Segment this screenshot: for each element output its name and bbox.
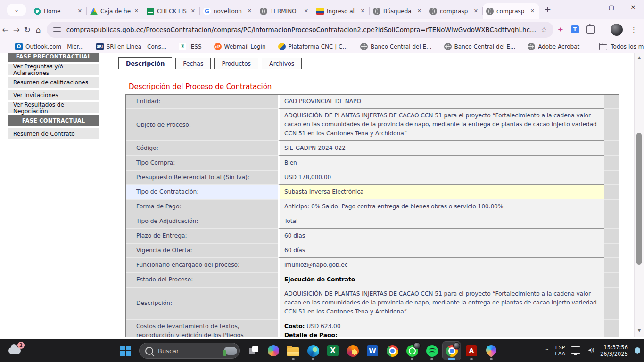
extensions-icon[interactable] [586, 25, 595, 34]
browser-tab[interactable]: Ingreso al✕ [313, 3, 370, 19]
close-button[interactable]: ✕ [622, 0, 644, 14]
tab-close-icon[interactable]: ✕ [416, 8, 423, 15]
network-icon[interactable] [571, 346, 580, 354]
back-icon[interactable]: ← [0, 25, 11, 34]
paint-flame-button[interactable] [482, 342, 500, 360]
tab-close-icon[interactable]: ✕ [359, 8, 366, 15]
sidebar-section-header: FASE PRECONTRACTUAL [8, 53, 99, 62]
clock-date: 26/3/2025 [600, 351, 628, 357]
sidebar-item[interactable]: Ver Invitaciones [8, 90, 99, 100]
chrome-button[interactable] [383, 342, 401, 360]
bookmark-item[interactable]: Adobe Acrobat [528, 43, 579, 50]
whatsapp-button[interactable] [403, 342, 421, 360]
spotify-button[interactable] [423, 342, 441, 360]
iess-icon [179, 43, 186, 50]
row-label: Costos de levantamiento de textos, repro… [126, 319, 278, 337]
tab-title: TERMINO [270, 8, 303, 15]
bookmark-item[interactable]: SRI en Línea - Cons... [96, 43, 166, 50]
tab-productos[interactable]: Productos [214, 58, 258, 69]
bookmark-item[interactable]: Outlook.com - Micr... [15, 43, 84, 50]
file-explorer-button[interactable] [284, 342, 302, 360]
sidebar-item[interactable]: Resumen de calificaciones [8, 77, 99, 88]
bookmark-item[interactable]: Banco Central del E... [444, 43, 516, 50]
row-gutter [604, 140, 619, 155]
address-bar[interactable]: compraspublicas.gob.ec/ProcesoContrataci… [47, 22, 554, 38]
reload-icon[interactable]: ↻ [22, 25, 33, 34]
firefox-button[interactable] [344, 342, 362, 360]
edge-button[interactable] [304, 342, 322, 360]
word-button[interactable]: W [363, 342, 381, 360]
task-view-button[interactable] [245, 342, 263, 360]
browser-tab[interactable]: comprasp✕ [426, 3, 483, 19]
tab-close-icon[interactable]: ✕ [529, 8, 536, 15]
page-scrollbar[interactable]: ▲ ▼ [634, 53, 644, 337]
table-row: Vigencia de Oferta:60 días [126, 243, 619, 257]
table-row: Costos de levantamiento de textos, repro… [126, 319, 619, 337]
taskbar-search[interactable]: Buscar [139, 343, 240, 359]
url-text[interactable]: compraspublicas.gob.ec/ProcesoContrataci… [66, 26, 536, 33]
scroll-down-icon[interactable]: ▼ [635, 328, 644, 333]
row-value: 60 días [278, 243, 604, 257]
profile-avatar[interactable] [611, 24, 623, 36]
tab-close-icon[interactable]: ✕ [190, 8, 197, 15]
row-gutter [604, 184, 619, 199]
tray-chevron-up-icon[interactable]: ⌃ [545, 348, 549, 353]
browser-tab[interactable]: comprasp✕ [483, 3, 539, 19]
forward-icon[interactable]: → [11, 25, 22, 34]
tab-close-icon[interactable]: ✕ [76, 8, 83, 15]
all-bookmarks-button[interactable]: Todos los marcadores [599, 43, 644, 50]
tab-title: Búsqueda [383, 8, 416, 15]
row-label: Vigencia de Oferta: [126, 243, 278, 257]
chrome-active-button[interactable] [443, 342, 461, 360]
row-value: SIE-GADPN-2024-022 [278, 140, 604, 155]
bookmark-star-icon[interactable]: ☆ [541, 25, 547, 34]
maximize-button[interactable]: ▢ [601, 0, 622, 14]
bookmark-item[interactable]: Banco Central del E... [360, 43, 432, 50]
speaker-icon[interactable] [586, 347, 594, 354]
minimize-button[interactable]: — [579, 0, 601, 14]
widgets-button[interactable]: 2 [8, 344, 25, 358]
assistant-icon[interactable]: ✦ [557, 25, 563, 34]
sidebar-item[interactable]: Resumen de Contrato [8, 128, 99, 139]
sidebar-item[interactable]: Ver Resultados de Negociación [8, 102, 99, 113]
excel-button[interactable]: X [324, 342, 342, 360]
row-gutter [604, 287, 619, 319]
sidebar-item[interactable]: Ver Preguntas y/ó Aclaraciones [8, 64, 99, 75]
translate-icon[interactable]: T [571, 25, 579, 33]
file-explorer-icon [287, 347, 299, 356]
site-settings-icon[interactable] [53, 27, 61, 33]
scrollbar-thumb[interactable] [636, 133, 642, 265]
language-indicator[interactable]: ESP LAA [555, 345, 565, 357]
tab-fechas[interactable]: Fechas [175, 58, 211, 69]
browser-toolbar: ← → ↻ ⌂ compraspublicas.gob.ec/ProcesoCo… [0, 19, 644, 40]
new-tab-button[interactable]: + [544, 4, 551, 14]
copilot-button[interactable] [264, 342, 282, 360]
taskbar-clock[interactable]: 15:37:56 26/3/2025 [600, 344, 628, 357]
start-button[interactable] [116, 342, 134, 360]
tab-archivos[interactable]: Archivos [262, 58, 302, 69]
browser-tab[interactable]: TERMINO✕ [256, 3, 313, 19]
tab-search-button[interactable]: ⌄ [7, 4, 26, 16]
browser-tab[interactable]: Búsqueda✕ [370, 3, 426, 19]
browser-tab[interactable]: Caja de he✕ [87, 3, 143, 19]
search-highlight-image[interactable] [222, 345, 237, 356]
bookmark-item[interactable]: Webmail Login [214, 43, 266, 50]
menu-dots-icon[interactable]: ⋮ [630, 25, 637, 34]
bookmark-item[interactable]: Plataforma CNC | C... [278, 43, 348, 50]
globe-icon [360, 43, 368, 50]
google-icon [203, 8, 211, 15]
scroll-up-icon[interactable]: ▲ [635, 55, 644, 60]
tab-close-icon[interactable]: ✕ [472, 8, 479, 15]
bookmark-item[interactable]: IESS [179, 43, 201, 50]
tab-close-icon[interactable]: ✕ [303, 8, 310, 15]
acrobat-button[interactable]: A [462, 342, 480, 360]
row-value: GAD PROVINCIAL DE NAPO [278, 95, 604, 108]
tab-descripción[interactable]: Descripción [118, 57, 172, 69]
tab-close-icon[interactable]: ✕ [246, 8, 253, 15]
tab-close-icon[interactable]: ✕ [133, 8, 140, 15]
home-icon[interactable]: ⌂ [33, 25, 44, 34]
browser-tab[interactable]: noveltoon✕ [200, 3, 256, 19]
browser-tab[interactable]: CHECK LIS✕ [143, 3, 200, 19]
notification-bell-icon[interactable] [634, 347, 641, 354]
browser-tab[interactable]: Home✕ [30, 3, 87, 19]
